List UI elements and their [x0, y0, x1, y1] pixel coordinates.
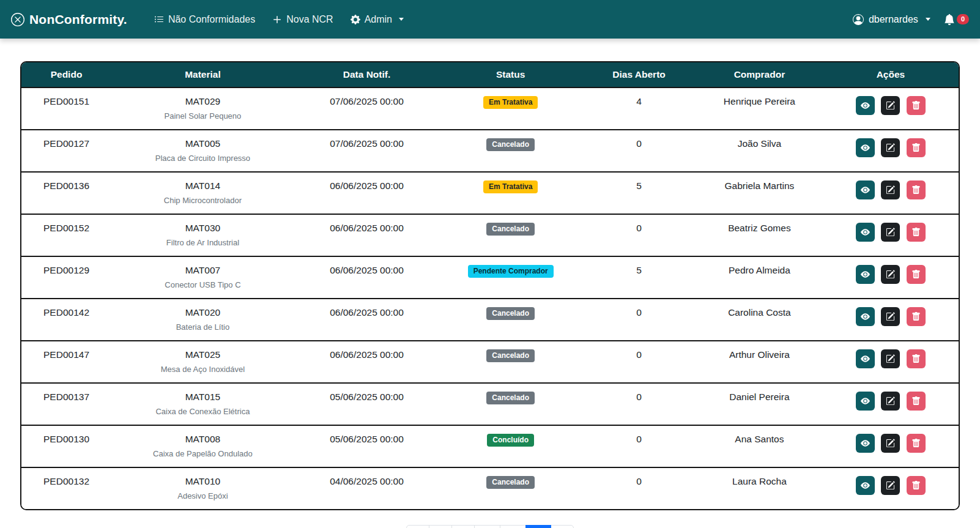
- pencil-square-icon: [886, 396, 895, 406]
- nav-item-admin[interactable]: Admin: [351, 14, 404, 25]
- edit-button[interactable]: [881, 434, 900, 453]
- delete-button[interactable]: [907, 265, 926, 284]
- edit-button[interactable]: [881, 307, 900, 326]
- brand-logo-icon: [11, 13, 24, 26]
- username: dbernardes: [869, 14, 918, 25]
- delete-button[interactable]: [907, 434, 926, 453]
- status-cell: Cancelado: [439, 467, 582, 509]
- edit-button[interactable]: [881, 392, 900, 411]
- person-icon: [853, 14, 864, 25]
- material-name: Bateria de Lítio: [115, 322, 291, 332]
- edit-button[interactable]: [881, 223, 900, 242]
- delete-button[interactable]: [907, 307, 926, 326]
- table-row: PED00130 MAT008 Caixa de Papelão Ondulad…: [21, 425, 959, 467]
- page-item[interactable]: »: [551, 525, 574, 528]
- page-item-active[interactable]: 15: [525, 525, 552, 528]
- brand-name: NonConformity.: [29, 12, 127, 27]
- eye-icon: [861, 354, 870, 363]
- material-cell: MAT020 Bateria de Lítio: [111, 299, 294, 341]
- col-header-data-notif: Data Notif.: [294, 62, 439, 87]
- nav-item-nova-ncr[interactable]: Nova NCR: [272, 14, 333, 25]
- view-button[interactable]: [856, 265, 875, 284]
- material-code: MAT020: [115, 307, 291, 318]
- page-item[interactable]: 1: [429, 525, 452, 528]
- view-button[interactable]: [856, 434, 875, 453]
- comprador-cell: Carolina Costa: [696, 299, 823, 341]
- view-button[interactable]: [856, 96, 875, 115]
- page-item[interactable]: «: [406, 525, 429, 528]
- edit-button[interactable]: [881, 180, 900, 199]
- data-notif-cell: 06/06/2025 00:00: [294, 256, 439, 299]
- actions-cell: [823, 130, 959, 172]
- table-row: PED00132 MAT010 Adesivo Epóxi 04/06/2025…: [21, 467, 959, 509]
- comprador-cell: Pedro Almeida: [696, 256, 823, 299]
- comprador-cell: Arthur Oliveira: [696, 341, 823, 383]
- data-notif-cell: 04/06/2025 00:00: [294, 467, 439, 509]
- status-cell: Em Tratativa: [439, 87, 582, 130]
- view-button[interactable]: [856, 180, 875, 199]
- pedido-cell: PED00142: [21, 299, 111, 341]
- nav-item-label: Nova NCR: [286, 14, 333, 25]
- view-button[interactable]: [856, 138, 875, 157]
- delete-button[interactable]: [907, 96, 926, 115]
- material-name: Conector USB Tipo C: [115, 280, 291, 289]
- table-header-row: Pedido Material Data Notif. Status Dias …: [21, 62, 959, 87]
- delete-button[interactable]: [907, 223, 926, 242]
- view-button[interactable]: [856, 223, 875, 242]
- material-cell: MAT008 Caixa de Papelão Ondulado: [111, 425, 294, 467]
- delete-button[interactable]: [907, 392, 926, 411]
- actions-cell: [823, 425, 959, 467]
- material-cell: MAT029 Painel Solar Pequeno: [111, 87, 294, 130]
- material-code: MAT014: [115, 180, 291, 191]
- trash-icon: [911, 396, 921, 406]
- view-button[interactable]: [856, 307, 875, 326]
- material-cell: MAT005 Placa de Circuito Impresso: [111, 130, 294, 172]
- eye-icon: [861, 312, 870, 321]
- edit-button[interactable]: [881, 138, 900, 157]
- table-row: PED00137 MAT015 Caixa de Conexão Elétric…: [21, 383, 959, 425]
- material-code: MAT015: [115, 392, 291, 403]
- col-header-pedido: Pedido: [21, 62, 111, 87]
- delete-button[interactable]: [907, 349, 926, 368]
- page-item[interactable]: 14: [500, 525, 526, 528]
- delete-button[interactable]: [907, 138, 926, 157]
- pagination: «1...131415»: [20, 525, 960, 528]
- eye-icon: [861, 270, 870, 279]
- status-badge: Concluído: [487, 434, 534, 447]
- material-cell: MAT030 Filtro de Ar Industrial: [111, 214, 294, 256]
- edit-button[interactable]: [881, 265, 900, 284]
- chevron-down-icon: [399, 18, 404, 21]
- view-button[interactable]: [856, 392, 875, 411]
- col-header-acoes: Ações: [823, 62, 959, 87]
- nav-item-nao-conformidades[interactable]: Não Conformidades: [154, 14, 255, 25]
- brand[interactable]: NonConformity.: [11, 12, 127, 27]
- actions-cell: [823, 383, 959, 425]
- status-cell: Concluído: [439, 425, 582, 467]
- delete-button[interactable]: [907, 476, 926, 495]
- actions-cell: [823, 299, 959, 341]
- user-menu[interactable]: dbernardes: [853, 14, 930, 25]
- actions-cell: [823, 256, 959, 299]
- pencil-square-icon: [886, 270, 895, 279]
- pencil-square-icon: [886, 481, 895, 490]
- actions-cell: [823, 467, 959, 509]
- edit-button[interactable]: [881, 96, 900, 115]
- col-header-comprador: Comprador: [696, 62, 823, 87]
- navbar-left: NonConformity. Não Conformidades Nova NC…: [11, 12, 421, 27]
- trash-icon: [911, 270, 921, 279]
- delete-button[interactable]: [907, 180, 926, 199]
- actions-cell: [823, 172, 959, 214]
- material-name: Caixa de Conexão Elétrica: [115, 407, 291, 416]
- page-item[interactable]: 13: [474, 525, 500, 528]
- view-button[interactable]: [856, 349, 875, 368]
- pedido-cell: PED00151: [21, 87, 111, 130]
- view-button[interactable]: [856, 476, 875, 495]
- pedido-cell: PED00132: [21, 467, 111, 509]
- notifications-button[interactable]: 0: [944, 14, 969, 25]
- edit-button[interactable]: [881, 349, 900, 368]
- material-code: MAT029: [115, 96, 291, 107]
- pencil-square-icon: [886, 143, 895, 152]
- edit-button[interactable]: [881, 476, 900, 495]
- eye-icon: [861, 439, 870, 448]
- data-notif-cell: 06/06/2025 00:00: [294, 214, 439, 256]
